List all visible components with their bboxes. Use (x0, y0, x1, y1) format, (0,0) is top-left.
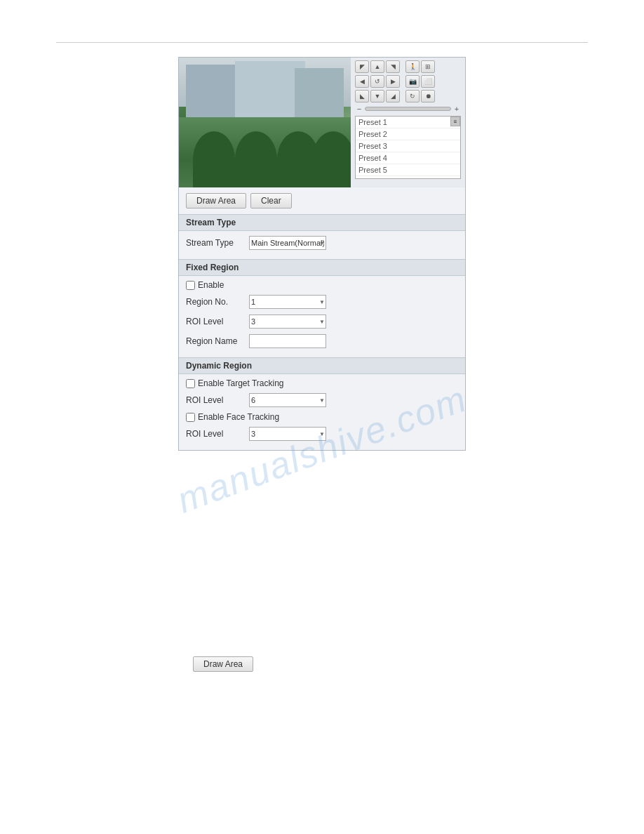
camera-view (179, 58, 351, 187)
roi-level2-dynamic-row: ROI Level 1 2 3 4 5 6 (186, 426, 458, 442)
roi-level-select-wrapper: 1 2 3 4 5 6 (249, 315, 326, 329)
enable-face-label: Enable Face Tracking (198, 412, 279, 422)
stream-type-header: Stream Type (179, 214, 465, 231)
ptz-plus[interactable]: + (452, 105, 461, 113)
dynamic-region-form: Enable Target Tracking ROI Level 1 2 3 4… (179, 374, 465, 450)
preset-item-2[interactable]: Preset 2 (356, 128, 460, 140)
ptz-slider-row: − + (355, 105, 461, 113)
enable-target-label: Enable Target Tracking (198, 378, 284, 388)
stream-type-row: Stream Type Main Stream(Normal) Sub Stre… (186, 235, 458, 251)
ptz-zoom-slider[interactable] (365, 107, 451, 111)
preset-item-1[interactable]: Preset 1 (356, 117, 460, 128)
roi-level-dynamic-select[interactable]: 1 2 3 4 5 6 (249, 393, 326, 407)
ptz-row-3: ◣ ▼ ◢ ↻ ⏺ (355, 90, 461, 102)
tree1 (193, 131, 235, 187)
fixed-enable-row: Enable (186, 280, 458, 290)
buttons-row: Draw Area Clear (179, 187, 465, 214)
ptz-panel: ◤ ▲ ◥ 🚶 ⊞ ◀ ↺ ▶ 📷 ⬜ (351, 58, 465, 187)
stream-type-select-wrapper: Main Stream(Normal) Sub Stream Third Str… (249, 236, 326, 250)
tree4 (312, 131, 351, 187)
roi-level-dynamic-select-wrapper: 1 2 3 4 5 6 (249, 393, 326, 407)
ptz-btn-cam[interactable]: 📷 (405, 75, 420, 88)
ptz-row-2: ◀ ↺ ▶ 📷 ⬜ (355, 75, 461, 88)
fixed-enable-checkbox[interactable] (186, 281, 195, 290)
stream-type-form: Stream Type Main Stream(Normal) Sub Stre… (179, 231, 465, 259)
ptz-btn-left[interactable]: ◀ (355, 75, 369, 88)
region-no-row: Region No. 1 2 3 4 (186, 294, 458, 310)
roi-level-dynamic-row: ROI Level 1 2 3 4 5 6 (186, 392, 458, 408)
region-name-row: Region Name (186, 333, 458, 349)
roi-level2-dynamic-select[interactable]: 1 2 3 4 5 6 (249, 427, 326, 441)
region-no-label: Region No. (186, 297, 249, 307)
roi-level-row: ROI Level 1 2 3 4 5 6 (186, 314, 458, 329)
region-no-select[interactable]: 1 2 3 4 (249, 295, 326, 309)
ptz-btn-down[interactable]: ▼ (370, 90, 384, 102)
enable-target-row: Enable Target Tracking (186, 378, 458, 388)
preset-item-4[interactable]: Preset 4 (356, 152, 460, 164)
tree2 (235, 131, 277, 187)
ptz-btn-upright[interactable]: ◥ (386, 60, 400, 73)
region-name-input[interactable] (249, 334, 326, 348)
enable-target-checkbox[interactable] (186, 379, 195, 388)
ptz-btn-grid[interactable]: ⊞ (421, 60, 435, 73)
ptz-btn-snap[interactable]: ⬜ (421, 75, 435, 88)
preset-list[interactable]: ≡ Preset 1 Preset 2 Preset 3 Preset 4 Pr… (355, 116, 461, 179)
ptz-btn-downleft[interactable]: ◣ (355, 90, 369, 102)
bottom-draw-area-button[interactable]: Draw Area (193, 656, 253, 672)
dynamic-region-header: Dynamic Region (179, 357, 465, 374)
camera-ptz-row: ◤ ▲ ◥ 🚶 ⊞ ◀ ↺ ▶ 📷 ⬜ (179, 58, 465, 187)
stream-type-select[interactable]: Main Stream(Normal) Sub Stream Third Str… (249, 236, 326, 250)
fixed-region-form: Enable Region No. 1 2 3 4 ROI Level (179, 276, 465, 357)
preset-list-icon: ≡ (450, 117, 460, 126)
enable-face-row: Enable Face Tracking (186, 412, 458, 422)
region-name-label: Region Name (186, 336, 249, 346)
region-no-select-wrapper: 1 2 3 4 (249, 295, 326, 309)
roi-level2-dynamic-label: ROI Level (186, 429, 249, 439)
roi-level-label: ROI Level (186, 317, 249, 326)
trees-bg (179, 117, 351, 187)
roi-level-select[interactable]: 1 2 3 4 5 6 (249, 315, 326, 329)
fixed-enable-label: Enable (198, 280, 224, 290)
stream-type-label: Stream Type (186, 238, 249, 248)
top-divider (56, 42, 588, 43)
ptz-btn-upleft[interactable]: ◤ (355, 60, 369, 73)
preset-item-3[interactable]: Preset 3 (356, 140, 460, 152)
fixed-region-header: Fixed Region (179, 259, 465, 276)
roi-level-dynamic-label: ROI Level (186, 395, 249, 405)
ptz-btn-up[interactable]: ▲ (370, 60, 384, 73)
ptz-minus[interactable]: − (355, 105, 363, 113)
camera-placeholder (179, 58, 351, 187)
ptz-btn-center[interactable]: ↺ (370, 75, 384, 88)
preset-item-5[interactable]: Preset 5 (356, 164, 460, 176)
ptz-row-1: ◤ ▲ ◥ 🚶 ⊞ (355, 60, 461, 73)
ptz-btn-right[interactable]: ▶ (386, 75, 400, 88)
ptz-btn-downright[interactable]: ◢ (386, 90, 400, 102)
draw-area-button[interactable]: Draw Area (186, 193, 246, 208)
ptz-btn-person[interactable]: 🚶 (405, 60, 420, 73)
page-container: ◤ ▲ ◥ 🚶 ⊞ ◀ ↺ ▶ 📷 ⬜ (0, 42, 644, 834)
ptz-btn-sync[interactable]: ↻ (405, 90, 420, 102)
roi-level2-dynamic-select-wrapper: 1 2 3 4 5 6 (249, 427, 326, 441)
enable-face-checkbox[interactable] (186, 413, 195, 422)
main-panel: ◤ ▲ ◥ 🚶 ⊞ ◀ ↺ ▶ 📷 ⬜ (178, 57, 466, 451)
clear-button[interactable]: Clear (250, 193, 292, 208)
ptz-btn-rec[interactable]: ⏺ (421, 90, 435, 102)
bottom-btn-area: Draw Area (193, 656, 253, 672)
